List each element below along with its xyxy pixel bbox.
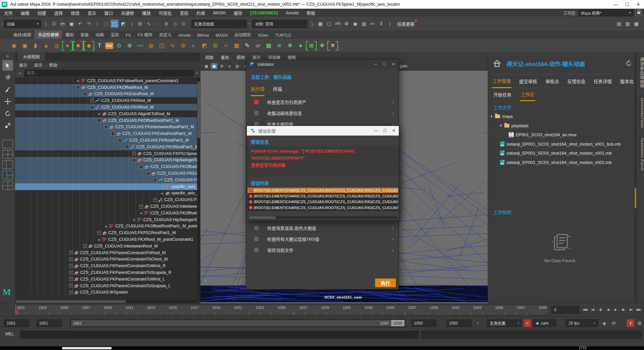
outliner-row[interactable]: CZS_CUGUAS:FKFollowRoot_parentConstraint…: [15, 77, 197, 84]
svg-tool-icon[interactable]: SVG: [105, 42, 113, 49]
relax-brush-icon[interactable]: ≋: [274, 41, 284, 51]
lasso-tool-icon[interactable]: [2, 72, 13, 83]
check-item[interactable]: 检查是否为引用资产›: [246, 97, 398, 108]
expand-icon[interactable]: +: [132, 152, 136, 155]
close-icon[interactable]: ✕: [392, 128, 395, 133]
chevron-right-icon[interactable]: ›: [392, 225, 394, 231]
select-camera-icon[interactable]: ▦: [203, 63, 210, 69]
character-set-dropdown[interactable]: 无角色集 ▾: [487, 319, 522, 327]
viewport-menu-item[interactable]: 照明: [236, 54, 245, 60]
outliner-row[interactable]: +CZS_CUGUAS:FKXSpine1_M: [15, 196, 197, 203]
nurbs-cone-icon[interactable]: ▲: [41, 41, 51, 51]
shelf-tab[interactable]: 动画: [92, 30, 107, 39]
menu-set-dropdown[interactable]: 动画 ▾: [4, 20, 41, 28]
chevron-right-icon[interactable]: ›: [392, 236, 394, 242]
menu-item[interactable]: 修改: [67, 10, 84, 16]
dock-tab-teamones[interactable]: teamonesTools: [637, 93, 644, 133]
chevron-right-icon[interactable]: ›: [392, 247, 394, 253]
outliner-row[interactable]: specific_axis_locator1: [15, 190, 197, 197]
outliner-row[interactable]: +CZS_CUGUAS:FKParentConstraintToScapula_…: [15, 269, 197, 276]
expand-icon[interactable]: +: [153, 198, 157, 202]
workspace-lock-icon[interactable]: [635, 9, 642, 16]
shelf-tab[interactable]: FX: [122, 32, 134, 39]
expand-icon[interactable]: +: [69, 251, 73, 254]
go-to-start-icon[interactable]: |◀◀: [581, 305, 589, 314]
collapse-icon[interactable]: −: [139, 165, 143, 169]
maximize-button[interactable]: ☐: [621, 0, 633, 9]
outliner-row[interactable]: CZS_CUGUAS:AlignIKToRoot_M: [15, 111, 197, 117]
workspace-dropdown[interactable]: Maya 经典* ▾: [579, 9, 633, 16]
maximize-icon[interactable]: ☐: [383, 62, 386, 66]
menu-item[interactable]: MASH: [209, 10, 230, 15]
undo-icon[interactable]: ↶: [76, 20, 84, 28]
redo-icon[interactable]: ↷: [85, 20, 93, 28]
caret-down-icon[interactable]: ▼: [499, 124, 502, 127]
open-scene-icon[interactable]: 🗁: [59, 20, 67, 28]
save-scene-icon[interactable]: ▣: [67, 20, 75, 28]
file-row[interactable]: ▼maya: [488, 112, 637, 121]
outliner-row[interactable]: −CZS_CUGUAS:FKOffsetRootPart1_M: [15, 117, 197, 124]
run-button[interactable]: 执行: [375, 279, 396, 287]
expand-icon[interactable]: +: [83, 244, 87, 248]
expand-icon[interactable]: +: [97, 231, 101, 235]
outliner-row[interactable]: −CZS_CUGUAS:FKXRoot_M: [15, 104, 197, 111]
play-forwards-icon[interactable]: ▶: [612, 305, 619, 314]
outliner-row[interactable]: +CZS_CUGUAS:FKPS1RootPart1_M: [15, 229, 197, 236]
teamones-tab[interactable]: 提交审核: [518, 75, 538, 88]
outliner-row[interactable]: +CZS_CUGUAS:FKParentConstraintToWrist_R: [15, 262, 197, 269]
shelf-tab[interactable]: XGen: [255, 32, 272, 39]
time-slider-track[interactable]: 1001100310051007100910111013101510171019…: [15, 305, 548, 315]
new-scene-icon[interactable]: 🗋: [50, 20, 58, 28]
chevron-down-icon[interactable]: ▾: [195, 71, 199, 75]
check-item[interactable]: 检查场景道具,角色大圈值›: [246, 222, 398, 233]
home-icon[interactable]: [493, 59, 501, 67]
maximize-icon[interactable]: ☐: [383, 128, 387, 133]
extrude-icon[interactable]: ⌗: [221, 41, 231, 51]
teamones-tab[interactable]: 工作管理: [492, 74, 511, 88]
poly-cube-icon[interactable]: ■: [73, 41, 83, 51]
snap-magnet-icon[interactable]: ⊙: [114, 41, 124, 51]
outliner-row[interactable]: −CZS_CUGUAS:FKExtraRoot_M: [15, 91, 197, 98]
minimize-icon[interactable]: —: [373, 62, 377, 66]
bookmark-icon[interactable]: ♦: [226, 63, 233, 69]
step-forward-key-icon[interactable]: ▶|: [627, 305, 635, 314]
symmetry-field[interactable]: 对称: 禁用: [252, 20, 308, 28]
animation-preferences-icon[interactable]: ⚙: [636, 319, 643, 327]
poly-smooth-icon[interactable]: ◆: [84, 41, 94, 51]
step-back-frame-icon[interactable]: ◀|: [597, 305, 604, 314]
select-hierarchy-icon[interactable]: ⬚: [102, 20, 110, 28]
auto-key-icon[interactable]: ⚷: [627, 319, 634, 327]
shelf-tab[interactable]: Arnold: [175, 32, 194, 39]
center-pivot-icon[interactable]: ⊕: [125, 41, 135, 51]
outliner-row[interactable]: −CZS_CUGUAS:FKSpine1_M: [15, 177, 197, 183]
file-row[interactable]: zetianji_EP001_SC03_shot164_shot_motion_…: [488, 158, 637, 167]
outliner-row[interactable]: +CZS_CUGUAS:InbetweenRoot_M: [15, 243, 197, 249]
smooth-brush-icon[interactable]: ●: [296, 41, 306, 51]
checker-sphere-icon[interactable]: ◍: [146, 41, 156, 51]
single-pane-layout[interactable]: [2, 140, 13, 148]
cut-icon[interactable]: ✄: [368, 20, 376, 28]
snap-projected-center-icon[interactable]: ⊚: [162, 20, 170, 28]
expand-icon[interactable]: +: [69, 257, 73, 261]
move-tool-icon[interactable]: [2, 96, 13, 107]
snap-curve-icon[interactable]: ∿: [145, 20, 153, 28]
outliner-horizontal-scrollbar[interactable]: [15, 300, 197, 303]
teamones-tab[interactable]: 反馈信息: [567, 75, 586, 88]
outliner-row[interactable]: −CZS_CUGUAS:FKXRootPart1_M: [15, 144, 197, 150]
shelf-tab[interactable]: Bifrost: [194, 32, 212, 39]
shelf-tab[interactable]: MASH: [212, 32, 231, 39]
minimize-icon[interactable]: —: [374, 128, 378, 133]
outliner-row[interactable]: −CZS_CUGUAS:FKExtraRootPart1_M: [15, 130, 197, 137]
range-slider-track[interactable]: 1001 1050 1050: [70, 319, 406, 327]
snap-point-icon[interactable]: ◦: [154, 20, 162, 28]
scale-tool-icon[interactable]: [2, 120, 13, 131]
render-settings-icon[interactable]: ⚙: [342, 20, 350, 28]
grip-icon[interactable]: ⁞⁞: [1, 22, 3, 26]
animation-end-field[interactable]: 1050: [446, 319, 472, 327]
outliner-row[interactable]: +CZS_CUGUAS:FKPS1Spine1_M: [15, 150, 197, 157]
collapse-icon[interactable]: −: [90, 106, 94, 109]
poly-sphere-icon[interactable]: ●: [62, 41, 72, 51]
outliner-row[interactable]: −CZS_CUGUAS:FKInbetweenRootPart1_M: [15, 124, 197, 131]
type-tool-icon[interactable]: T: [95, 41, 105, 51]
chevron-down-icon[interactable]: ▾: [477, 321, 479, 325]
